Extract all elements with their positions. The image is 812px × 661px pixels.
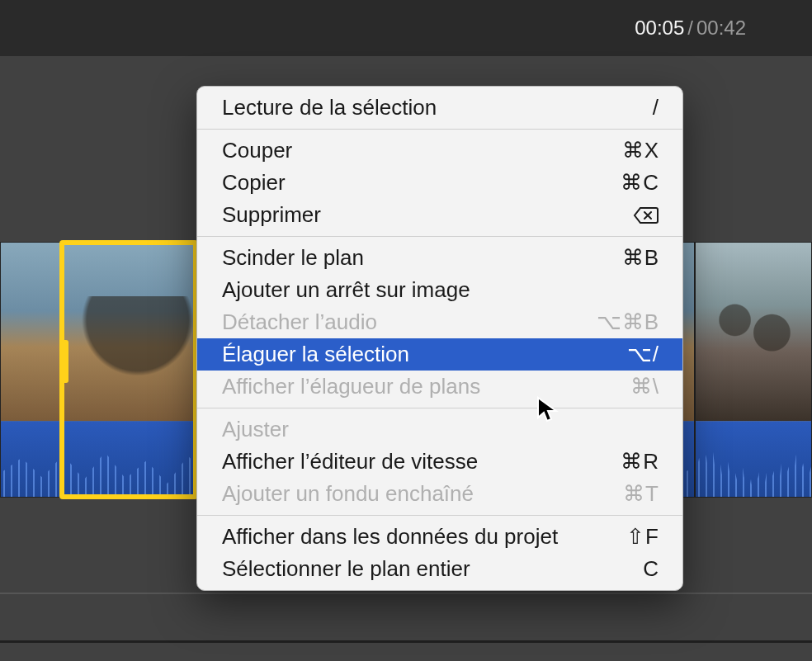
- menu-item-label: Afficher dans les données du projet: [222, 524, 558, 550]
- menu-item-label: Ajouter un fondu enchaîné: [222, 481, 474, 507]
- context-menu: Lecture de la sélection / Couper ⌘X Copi…: [196, 86, 683, 591]
- clip-2-audio-waveform: [696, 421, 811, 497]
- menu-reveal-in-project[interactable]: Afficher dans les données du projet ⇧F: [197, 521, 682, 553]
- menu-item-shortcut: /: [653, 95, 659, 120]
- menu-separator: [197, 515, 682, 516]
- menu-item-shortcut: C: [643, 556, 659, 582]
- menu-item-label: Supprimer: [222, 202, 321, 228]
- menu-item-shortcut: ⌘R: [621, 449, 659, 475]
- menu-item-label: Élaguer la sélection: [222, 342, 409, 367]
- menu-play-selection[interactable]: Lecture de la sélection /: [197, 92, 682, 124]
- menu-item-label: Afficher l’éditeur de vitesse: [222, 449, 478, 475]
- menu-item-shortcut: ⌥⌘B: [597, 309, 659, 335]
- menu-item-shortcut: ⇧F: [626, 524, 659, 550]
- panel-divider: [0, 640, 812, 643]
- menu-show-speed-editor[interactable]: Afficher l’éditeur de vitesse ⌘R: [197, 446, 682, 478]
- menu-copy[interactable]: Copier ⌘C: [197, 167, 682, 199]
- menu-separator: [197, 129, 682, 130]
- menu-detach-audio: Détacher l’audio ⌥⌘B: [197, 306, 682, 338]
- menu-item-shortcut: ⌥/: [627, 342, 659, 367]
- menu-item-label: Copier: [222, 170, 286, 196]
- menu-item-label: Couper: [222, 138, 292, 163]
- menu-item-label: Lecture de la sélection: [222, 95, 437, 120]
- menu-item-label: Afficher l’élagueur de plans: [222, 374, 480, 399]
- menu-trim-selection[interactable]: Élaguer la sélection ⌥/: [197, 338, 682, 371]
- menu-select-entire-clip[interactable]: Sélectionner le plan entier C: [197, 553, 682, 585]
- menu-item-shortcut: ⌘T: [623, 481, 659, 507]
- menu-item-shortcut: ⌘X: [622, 138, 659, 163]
- timecode-separator: /: [687, 17, 693, 40]
- timecode-current: 00:05: [635, 17, 684, 40]
- menu-item-label: Détacher l’audio: [222, 309, 377, 335]
- menu-item-shortcut: ⌘\: [630, 374, 659, 399]
- menu-item-label: Ajouter un arrêt sur image: [222, 277, 470, 303]
- menu-separator: [197, 408, 682, 408]
- toolbar: 00:05 / 00:42: [0, 0, 812, 56]
- menu-item-label: Ajuster: [222, 417, 289, 442]
- timecode-total: 00:42: [696, 17, 746, 40]
- menu-add-freeze-frame[interactable]: Ajouter un arrêt sur image: [197, 274, 682, 306]
- menu-item-label: Sélectionner le plan entier: [222, 556, 470, 582]
- menu-split-clip[interactable]: Scinder le plan ⌘B: [197, 242, 682, 274]
- menu-item-label: Scinder le plan: [222, 245, 364, 271]
- menu-cut[interactable]: Couper ⌘X: [197, 135, 682, 167]
- menu-item-shortcut: ⌘B: [622, 245, 659, 271]
- menu-show-clip-trimmer: Afficher l’élagueur de plans ⌘\: [197, 371, 682, 403]
- menu-delete[interactable]: Supprimer: [197, 199, 682, 231]
- backspace-icon: [633, 202, 659, 228]
- menu-fit: Ajuster: [197, 413, 682, 446]
- timeline-ruler: [0, 593, 812, 594]
- menu-item-shortcut: ⌘C: [621, 170, 659, 196]
- clip-2[interactable]: [695, 242, 812, 498]
- clip-2-thumbnail: [696, 243, 811, 423]
- menu-separator: [197, 236, 682, 237]
- menu-add-cross-dissolve: Ajouter un fondu enchaîné ⌘T: [197, 478, 682, 510]
